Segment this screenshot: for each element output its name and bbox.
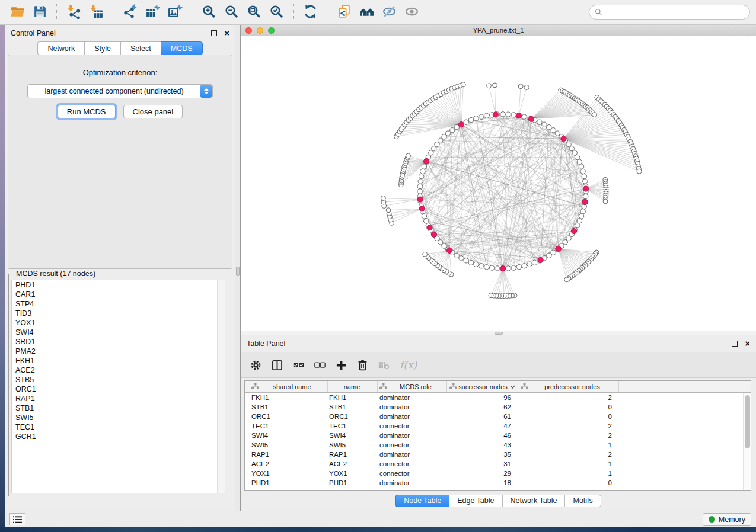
table-cell[interactable]: dominator [378, 432, 447, 439]
delete-column-button[interactable] [357, 360, 368, 371]
tab-network[interactable]: Network [37, 41, 84, 55]
zoom-in-button[interactable] [197, 2, 220, 23]
table-cell[interactable]: YOX1 [245, 470, 328, 477]
table-cell[interactable]: 1 [518, 470, 619, 477]
column-header-name[interactable]: name [328, 381, 378, 392]
table-cell[interactable]: TEC1 [245, 422, 328, 430]
mcds-result-item[interactable]: PHD1 [12, 280, 225, 290]
table-cell[interactable]: ORC1 [328, 413, 378, 420]
search-input[interactable] [606, 8, 744, 17]
mcds-result-item[interactable]: YOX1 [12, 318, 225, 328]
table-cell[interactable]: 0 [518, 479, 619, 486]
table-cell[interactable]: SWI5 [328, 441, 378, 448]
mcds-result-item[interactable]: CAR1 [12, 290, 225, 299]
tab-style[interactable]: Style [84, 41, 120, 55]
show-all-button[interactable] [400, 2, 423, 23]
table-cell[interactable]: dominator [378, 451, 447, 458]
network-window-titlebar[interactable]: YPA_prune.txt_1 [241, 25, 756, 36]
mcds-result-item[interactable]: TID3 [12, 309, 225, 318]
table-row[interactable]: SWI5SWI5connector431 [245, 440, 751, 450]
table-cell[interactable]: 46 [447, 432, 518, 439]
float-panel-icon[interactable] [732, 341, 738, 347]
table-cell[interactable]: YOX1 [328, 470, 378, 477]
splitter-grab-icon[interactable] [236, 267, 240, 276]
table-cell[interactable]: 2 [518, 432, 619, 439]
table-cell[interactable]: 29 [447, 470, 518, 477]
tab-node-table[interactable]: Node Table [395, 495, 449, 507]
table-cell[interactable]: 0 [518, 413, 619, 420]
table-cell[interactable]: connector [378, 460, 447, 467]
criterion-select[interactable]: largest connected component (undirected) [27, 84, 213, 98]
export-network-button[interactable] [119, 2, 141, 23]
show-column-button[interactable] [272, 360, 283, 371]
zoom-fit-button[interactable] [243, 2, 265, 23]
mcds-result-item[interactable]: ORC1 [12, 384, 225, 394]
export-table-button[interactable] [141, 2, 164, 23]
task-history-button[interactable] [9, 513, 25, 525]
table-scrollbar[interactable] [743, 393, 751, 490]
unselect-all-columns-button[interactable] [314, 360, 326, 371]
table-cell[interactable]: dominator [378, 403, 447, 411]
splitter-grab-icon[interactable] [495, 332, 503, 335]
table-cell[interactable]: 2 [518, 451, 619, 458]
table-cell[interactable]: 47 [447, 422, 518, 430]
table-row[interactable]: SWI4SWI4dominator462 [245, 431, 751, 440]
table-cell[interactable]: RAP1 [245, 451, 328, 458]
refresh-button[interactable] [299, 2, 321, 23]
column-header-shared-name[interactable]: shared name [245, 381, 328, 392]
result-list-scrollbar[interactable] [217, 280, 225, 493]
table-cell[interactable]: dominator [378, 479, 447, 486]
search-field[interactable] [589, 5, 750, 20]
import-table-button[interactable] [85, 2, 107, 23]
run-mcds-button[interactable]: Run MCDS [58, 105, 116, 118]
table-row[interactable]: ACE2ACE2connector311 [245, 459, 751, 469]
table-cell[interactable]: 62 [447, 403, 518, 411]
select-all-columns-button[interactable] [293, 360, 304, 371]
table-cell[interactable]: 2 [518, 394, 619, 401]
mcds-result-item[interactable]: SRD1 [12, 337, 225, 347]
zoom-selected-button[interactable] [265, 2, 288, 23]
tab-motifs[interactable]: Motifs [564, 495, 601, 507]
table-cell[interactable]: FKH1 [245, 394, 328, 401]
table-cell[interactable]: FKH1 [328, 394, 378, 401]
table-cell[interactable]: SWI4 [328, 432, 378, 439]
table-cell[interactable]: ACE2 [245, 460, 328, 467]
vertical-splitter[interactable] [235, 25, 241, 511]
mcds-result-item[interactable]: STP4 [12, 299, 225, 309]
table-cell[interactable]: PHD1 [245, 479, 328, 486]
save-session-button[interactable] [28, 2, 51, 23]
table-cell[interactable]: TEC1 [328, 422, 378, 430]
mcds-result-item[interactable]: SWI4 [12, 328, 225, 337]
table-cell[interactable]: ACE2 [328, 460, 378, 467]
table-cell[interactable]: STB1 [328, 403, 378, 411]
horizontal-splitter[interactable] [241, 331, 756, 335]
table-cell[interactable]: 1 [518, 441, 619, 448]
mcds-result-item[interactable]: ACE2 [12, 366, 225, 375]
table-scrollbar-thumb[interactable] [745, 395, 750, 448]
open-session-button[interactable] [6, 2, 28, 23]
network-canvas[interactable] [241, 36, 756, 331]
close-panel-icon[interactable]: × [224, 30, 229, 36]
mcds-result-item[interactable]: FKH1 [12, 356, 225, 366]
table-cell[interactable]: SWI4 [245, 432, 328, 439]
mcds-result-item[interactable]: TEC1 [12, 422, 225, 432]
table-cell[interactable]: connector [378, 422, 447, 430]
table-cell[interactable]: dominator [378, 394, 447, 401]
table-cell[interactable]: RAP1 [328, 451, 378, 458]
table-cell[interactable]: ORC1 [245, 413, 328, 420]
tab-network-table[interactable]: Network Table [502, 495, 565, 507]
create-column-button[interactable] [336, 360, 347, 371]
table-cell[interactable]: 31 [447, 460, 518, 467]
table-cell[interactable]: connector [378, 470, 447, 477]
table-cell[interactable]: 96 [447, 394, 518, 401]
column-header-predecessor-nodes[interactable]: predecessor nodes [518, 381, 619, 392]
mcds-result-item[interactable]: GCR1 [12, 432, 225, 441]
table-cell[interactable]: 35 [447, 451, 518, 458]
table-cell[interactable]: SWI5 [245, 441, 328, 448]
table-row[interactable]: TEC1TEC1connector472 [245, 421, 751, 431]
table-cell[interactable]: STB1 [245, 403, 328, 411]
column-header-successor-nodes[interactable]: successor nodes [447, 381, 518, 392]
tab-mcds[interactable]: MCDS [161, 41, 203, 55]
table-cell[interactable]: connector [378, 441, 447, 448]
mcds-result-item[interactable]: SWI5 [12, 413, 225, 422]
